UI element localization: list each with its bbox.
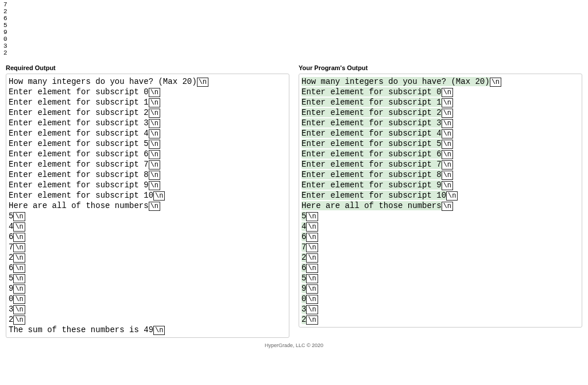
newline-marker: \n (197, 78, 208, 87)
output-line-text: Enter element for subscript 8 (301, 170, 442, 179)
output-line-text: Enter element for subscript 1 (9, 98, 149, 107)
output-line-text: 9 (9, 284, 13, 293)
newline-marker: \n (442, 171, 453, 180)
output-line: 4\n (9, 221, 287, 232)
input-values: 7 2 6 5 9 0 3 2 (0, 0, 588, 61)
output-line: Enter element for subscript 9\n (301, 180, 579, 190)
newline-marker: \n (442, 140, 453, 149)
output-line: 5\n (301, 273, 579, 283)
output-line: 6\n (9, 263, 287, 273)
output-line: Enter element for subscript 1\n (301, 97, 579, 107)
output-line-text: 5 (301, 274, 306, 283)
newline-marker: \n (149, 181, 160, 190)
output-line-text: 7 (301, 242, 306, 252)
output-line: 5\n (9, 273, 287, 283)
output-line-text: Enter element for subscript 3 (301, 118, 442, 128)
output-line-text: Enter element for subscript 10 (9, 191, 153, 200)
output-line: 7\n (9, 242, 287, 252)
newline-marker: \n (149, 160, 160, 170)
output-line-text: 5 (9, 274, 13, 283)
output-line-text: 6 (301, 263, 306, 272)
output-line-text: 3 (9, 305, 13, 314)
newline-marker: \n (149, 150, 160, 159)
output-line-text: Enter element for subscript 5 (301, 139, 442, 148)
newline-marker: \n (153, 326, 165, 335)
output-line-text: Enter element for subscript 3 (9, 118, 149, 128)
newline-marker: \n (13, 284, 25, 294)
output-line-text: Enter element for subscript 6 (9, 149, 149, 159)
output-line: Enter element for subscript 3\n (301, 118, 579, 128)
output-line: Enter element for subscript 7\n (301, 159, 579, 170)
output-line: Enter element for subscript 5\n (9, 138, 287, 149)
output-line-text: Enter element for subscript 9 (301, 180, 442, 190)
newline-marker: \n (13, 295, 25, 304)
newline-marker: \n (306, 253, 318, 263)
newline-marker: \n (149, 202, 160, 211)
newline-marker: \n (13, 222, 25, 232)
newline-marker: \n (442, 181, 453, 190)
output-line-text: How many integers do you have? (Max 20) (301, 77, 490, 86)
newline-marker: \n (442, 109, 453, 118)
newline-marker: \n (149, 171, 160, 180)
output-line-text: Enter element for subscript 9 (9, 180, 149, 190)
output-line: Here are all of those numbers\n (301, 201, 579, 211)
output-line: Enter element for subscript 7\n (9, 159, 287, 170)
newline-marker: \n (306, 222, 318, 232)
output-line: 2\n (301, 252, 579, 263)
output-line-text: 2 (9, 315, 13, 324)
output-line: Enter element for subscript 5\n (301, 138, 579, 149)
output-line: 3\n (301, 304, 579, 314)
output-line: 6\n (301, 232, 579, 242)
output-line-text: 6 (9, 263, 13, 272)
newline-marker: \n (442, 160, 453, 170)
output-line: 7\n (301, 242, 579, 252)
output-line: Enter element for subscript 0\n (301, 87, 579, 97)
output-line-text: 2 (301, 315, 306, 324)
newline-marker: \n (442, 150, 453, 159)
newline-marker: \n (306, 233, 318, 242)
output-line: Enter element for subscript 1\n (9, 97, 287, 107)
required-output-box: How many integers do you have? (Max 20)\… (6, 74, 289, 338)
output-line: 2\n (301, 314, 579, 325)
newline-marker: \n (490, 78, 501, 87)
output-line-text: 0 (301, 294, 306, 303)
newline-marker: \n (13, 274, 25, 283)
output-line: 9\n (9, 283, 287, 294)
output-line-text: Enter element for subscript 10 (301, 191, 446, 200)
newline-marker: \n (149, 98, 160, 107)
output-line: Enter element for subscript 3\n (9, 118, 287, 128)
newline-marker: \n (306, 243, 318, 252)
newline-marker: \n (306, 212, 318, 221)
output-line-text: 4 (9, 222, 13, 231)
output-line-text: Enter element for subscript 8 (9, 170, 149, 179)
newline-marker: \n (306, 264, 318, 273)
newline-marker: \n (306, 274, 318, 283)
newline-marker: \n (149, 88, 160, 97)
output-line-text: Enter element for subscript 0 (9, 87, 149, 97)
newline-marker: \n (149, 119, 160, 128)
newline-marker: \n (13, 305, 25, 314)
output-line-text: Here are all of those numbers (301, 201, 442, 210)
output-line-text: 2 (9, 253, 13, 262)
newline-marker: \n (13, 243, 25, 252)
output-line: 6\n (301, 263, 579, 273)
output-line: Enter element for subscript 10\n (301, 190, 579, 201)
output-line: How many integers do you have? (Max 20)\… (9, 76, 287, 87)
output-line-text: 7 (9, 242, 13, 252)
output-line-text: Enter element for subscript 0 (301, 87, 442, 97)
output-line-text: 2 (301, 253, 306, 262)
newline-marker: \n (442, 129, 453, 138)
newline-marker: \n (149, 140, 160, 149)
output-line-text: Here are all of those numbers (9, 201, 149, 210)
output-line: 3\n (9, 304, 287, 314)
output-line: Enter element for subscript 4\n (301, 128, 579, 138)
newline-marker: \n (442, 88, 453, 97)
newline-marker: \n (149, 129, 160, 138)
newline-marker: \n (306, 295, 318, 304)
output-line-text: 9 (301, 284, 306, 293)
output-line-text: How many integers do you have? (Max 20) (9, 77, 197, 86)
your-output-header: Your Program's Output (299, 64, 582, 71)
output-line-text: Enter element for subscript 7 (9, 160, 149, 169)
output-line: Enter element for subscript 9\n (9, 180, 287, 190)
output-line: Enter element for subscript 8\n (301, 170, 579, 180)
